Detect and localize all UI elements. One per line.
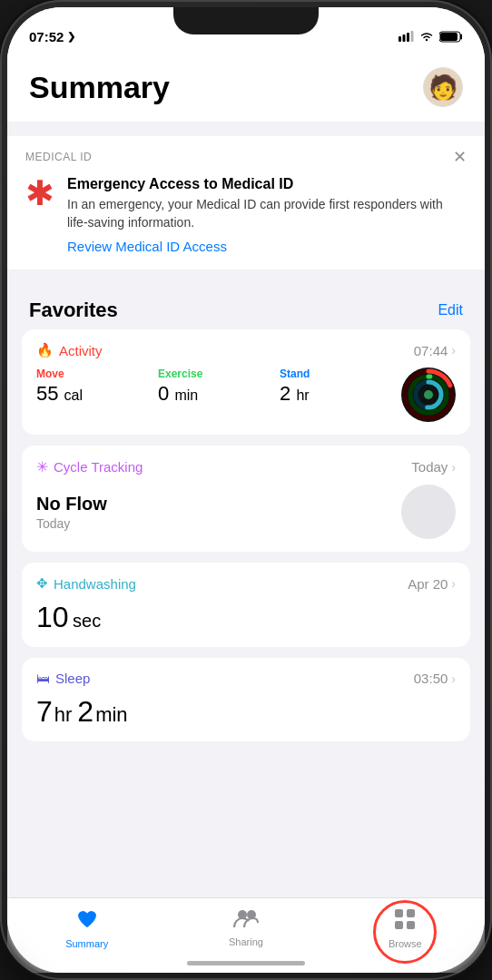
activity-ring-svg [401, 368, 456, 422]
activity-card[interactable]: 🔥 Activity 07:44 › Move 55 cal [22, 329, 470, 435]
close-button[interactable]: ✕ [453, 149, 467, 165]
cycle-content: No Flow Today [36, 494, 394, 531]
hw-chevron-icon: › [451, 576, 456, 591]
metric-stand: Stand 2 hr [280, 368, 379, 406]
cycle-title: ✳ Cycle Tracking [36, 458, 143, 475]
move-value: 55 cal [36, 382, 136, 406]
sleep-title: 🛏 Sleep [36, 671, 90, 686]
activity-metrics: Move 55 cal Exercise 0 min [36, 368, 456, 422]
review-medical-id-link[interactable]: Review Medical ID Access [67, 239, 227, 254]
sleep-card-header: 🛏 Sleep 03:50 › [36, 671, 456, 686]
sleep-time: 03:50 › [414, 671, 456, 686]
hw-icon: ✥ [36, 575, 48, 592]
svg-rect-0 [399, 36, 401, 42]
medical-id-body: ✱ Emergency Access to Medical ID In an e… [25, 176, 467, 255]
svg-point-13 [424, 390, 433, 399]
medical-id-title: Emergency Access to Medical ID [67, 176, 467, 192]
hw-card-header: ✥ Handwashing Apr 20 › [36, 575, 456, 592]
move-label: Move [36, 368, 136, 380]
move-unit: cal [64, 387, 83, 403]
favorites-title: Favorites [29, 299, 118, 322]
metric-exercise: Exercise 0 min [158, 368, 258, 406]
browse-grid-icon [393, 907, 417, 935]
sleep-minutes: 2 [77, 695, 93, 729]
tab-browse[interactable]: Browse [326, 907, 485, 949]
cycle-icon: ✳ [36, 458, 48, 475]
exercise-label: Exercise [158, 368, 258, 380]
svg-point-4 [426, 39, 428, 41]
home-indicator [187, 961, 305, 965]
content-area[interactable]: Summary 🧑 MEDICAL ID ✕ ✱ Emergency Acces… [7, 53, 485, 897]
exercise-value: 0 min [158, 382, 258, 406]
svg-rect-16 [395, 909, 403, 917]
activity-fire-icon: 🔥 [36, 342, 54, 358]
activity-chevron-icon: › [451, 343, 456, 358]
avatar[interactable]: 🧑 [423, 67, 463, 107]
hw-time-value: Apr 20 [408, 576, 448, 592]
metric-move: Move 55 cal [36, 368, 136, 406]
sleep-value-row: 7 hr 2 min [36, 695, 456, 729]
page-header: Summary 🧑 [7, 53, 485, 122]
location-icon: ❯ [67, 31, 75, 43]
hw-title: ✥ Handwashing [36, 575, 136, 592]
medical-id-text: Emergency Access to Medical ID In an eme… [67, 176, 467, 255]
status-time: 07:52 ❯ [29, 29, 75, 44]
handwashing-card[interactable]: ✥ Handwashing Apr 20 › 10 sec [22, 563, 470, 647]
activity-ring-graphic [401, 368, 456, 422]
time-display: 07:52 [29, 29, 64, 44]
spacer-2 [7, 270, 485, 284]
cycle-content-row: No Flow Today [36, 485, 456, 539]
exercise-unit: min [174, 387, 198, 403]
activity-label: Activity [59, 343, 103, 358]
sharing-icon [233, 907, 259, 933]
medical-asterisk-icon: ✱ [25, 176, 54, 211]
sleep-icon: 🛏 [36, 671, 50, 686]
medical-id-label: MEDICAL ID [25, 151, 92, 163]
exercise-number: 0 [158, 382, 169, 405]
activity-time-value: 07:44 [414, 343, 448, 358]
tab-sharing[interactable]: Sharing [166, 907, 325, 947]
stand-unit: hr [296, 387, 309, 403]
sleep-time-value: 03:50 [414, 671, 448, 686]
hw-main-value: 10 [36, 601, 69, 633]
svg-rect-6 [440, 33, 458, 41]
stand-number: 2 [280, 382, 290, 405]
medical-id-header: MEDICAL ID ✕ [25, 149, 467, 165]
svg-rect-1 [403, 34, 406, 42]
cycle-main-text: No Flow [36, 494, 394, 514]
sleep-card[interactable]: 🛏 Sleep 03:50 › 7 hr 2 min [22, 658, 470, 741]
sleep-label: Sleep [55, 671, 90, 686]
status-icons [399, 31, 463, 43]
cycle-chevron-icon: › [451, 460, 456, 475]
svg-rect-3 [411, 31, 414, 42]
move-number: 55 [36, 382, 58, 405]
activity-time: 07:44 › [414, 343, 456, 358]
signal-icon [399, 31, 414, 42]
status-bar: 07:52 ❯ [7, 7, 485, 53]
hw-unit: sec [73, 611, 101, 631]
cycle-time: Today › [411, 459, 456, 475]
tab-sharing-label: Sharing [229, 936, 263, 947]
cycle-label: Cycle Tracking [54, 459, 143, 475]
cycle-time-value: Today [411, 459, 448, 475]
stand-value: 2 hr [280, 382, 379, 406]
wifi-icon [419, 31, 434, 42]
svg-rect-18 [395, 921, 403, 929]
activity-title: 🔥 Activity [36, 342, 103, 358]
bottom-spacer [7, 752, 485, 767]
svg-rect-17 [407, 909, 415, 917]
phone-frame: 07:52 ❯ [0, 0, 492, 980]
edit-button[interactable]: Edit [438, 302, 463, 318]
tab-summary[interactable]: Summary [7, 907, 166, 949]
svg-rect-19 [407, 921, 415, 929]
stand-label: Stand [280, 368, 379, 380]
spacer-1 [7, 122, 485, 136]
page-title: Summary [29, 70, 170, 105]
notch [173, 7, 319, 34]
phone-screen: 07:52 ❯ [7, 7, 485, 973]
favorites-header: Favorites Edit [7, 284, 485, 329]
activity-card-header: 🔥 Activity 07:44 › [36, 342, 456, 358]
sleep-hours: 7 [36, 695, 53, 729]
cycle-card-header: ✳ Cycle Tracking Today › [36, 458, 456, 475]
cycle-tracking-card[interactable]: ✳ Cycle Tracking Today › No Flow Today [22, 446, 470, 552]
